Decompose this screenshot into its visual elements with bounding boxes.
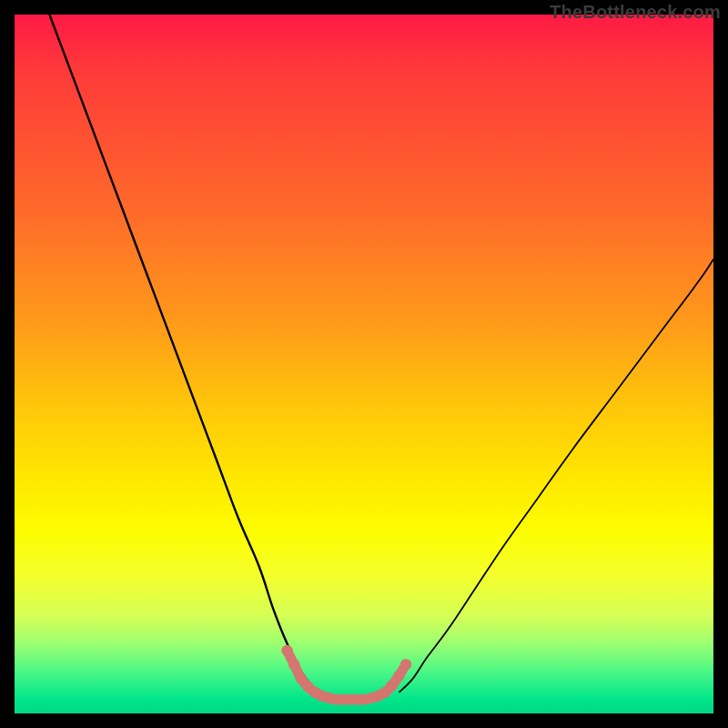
valley-marker (393, 670, 404, 681)
right-curve-path (399, 259, 713, 693)
valley-markers-group (281, 645, 411, 705)
watermark-text: TheBottleneck.com (550, 2, 721, 23)
valley-marker (288, 659, 299, 670)
chart-plot-area (15, 15, 713, 713)
chart-frame: TheBottleneck.com (0, 0, 728, 728)
valley-marker (387, 680, 398, 691)
chart-svg (15, 15, 713, 713)
valley-marker (281, 645, 292, 656)
left-curve-path (49, 15, 318, 693)
valley-marker (400, 659, 411, 670)
